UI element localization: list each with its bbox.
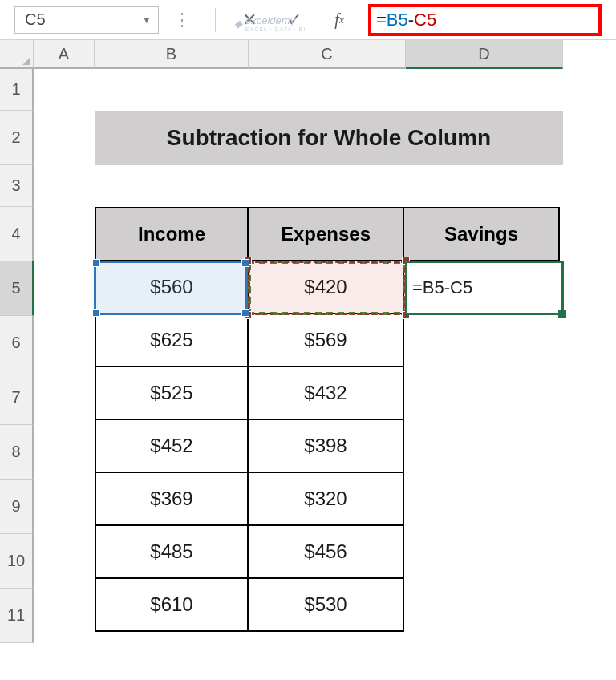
row-header-2[interactable]: 2 (0, 111, 34, 165)
select-all-corner[interactable] (0, 40, 34, 69)
row-header-3[interactable]: 3 (0, 165, 34, 207)
vertical-dots-icon: ⋮ (159, 6, 204, 34)
header-expenses[interactable]: Expenses (248, 208, 403, 261)
cell-b11[interactable]: $610 (95, 578, 248, 631)
merged-title-cell[interactable]: Subtraction for Whole Column (95, 111, 563, 165)
cell-b9[interactable]: $369 (95, 472, 248, 525)
watermark-sub: EXCEL · DATA · BI (245, 26, 306, 32)
cell-b6[interactable]: $625 (95, 314, 248, 366)
table-header-row: Income Expenses Savings (95, 208, 559, 261)
row-header-11[interactable]: 11 (0, 589, 34, 643)
cell-d9[interactable] (403, 472, 559, 525)
row-headers: 1 2 3 4 5 6 7 8 9 10 11 (0, 69, 34, 643)
cell-c8[interactable]: $398 (248, 419, 403, 472)
col-header-d[interactable]: D (406, 40, 563, 69)
name-box-dropdown-icon[interactable]: ▼ (142, 14, 152, 26)
row-header-1[interactable]: 1 (0, 69, 34, 111)
formula-ref-c5: C5 (414, 10, 436, 30)
row-header-4[interactable]: 4 (0, 207, 34, 261)
spreadsheet-grid: 1 2 3 4 5 6 7 8 9 10 11 A B C D Subtract… (0, 40, 616, 643)
table-row: $525 $432 (95, 366, 559, 419)
formula-ref-b5: B5 (387, 10, 408, 30)
cell-c9[interactable]: $320 (248, 472, 403, 525)
fx-button[interactable]: fx (317, 6, 362, 34)
table-row: $369 $320 (95, 472, 559, 525)
cell-d11[interactable] (403, 578, 559, 631)
divider (215, 8, 216, 32)
name-box[interactable]: C5 ▼ (14, 6, 159, 34)
cell-b8[interactable]: $452 (95, 419, 248, 472)
cell-b5[interactable]: $560 (95, 261, 248, 314)
row-header-9[interactable]: 9 (0, 480, 34, 534)
table-row: $485 $456 (95, 525, 559, 578)
active-editing-cell-d5[interactable]: =B5-C5 (405, 261, 564, 315)
formula-input[interactable]: =B5-C5 (368, 4, 602, 36)
cell-c6[interactable]: $569 (248, 314, 403, 366)
cell-d8[interactable] (403, 419, 559, 472)
row-header-8[interactable]: 8 (0, 425, 34, 480)
watermark-icon: ◆ (234, 18, 242, 30)
row-header-10[interactable]: 10 (0, 534, 34, 589)
table-row: $610 $530 (95, 578, 559, 631)
header-income[interactable]: Income (95, 208, 248, 261)
cell-c11[interactable]: $530 (248, 578, 403, 631)
cell-d6[interactable] (403, 314, 559, 366)
formula-minus: - (408, 10, 414, 30)
cell-c7[interactable]: $432 (248, 366, 403, 419)
cell-d7[interactable] (403, 366, 559, 419)
col-header-a[interactable]: A (34, 40, 95, 69)
cell-b7[interactable]: $525 (95, 366, 248, 419)
name-box-value: C5 (25, 10, 46, 29)
col-header-b[interactable]: B (95, 40, 249, 69)
cell-c10[interactable]: $456 (248, 525, 403, 578)
table-row: $625 $569 (95, 314, 559, 366)
col-header-c[interactable]: C (249, 40, 406, 69)
formula-equals: = (376, 10, 387, 30)
column-headers: A B C D (34, 40, 616, 69)
cell-d10[interactable] (403, 525, 559, 578)
formula-bar: C5 ▼ ⋮ ✕ ✓ fx =B5-C5 (0, 0, 616, 40)
watermark-name: exceldemy (245, 14, 295, 26)
header-savings[interactable]: Savings (403, 208, 559, 261)
table-row: $452 $398 (95, 419, 559, 472)
row-header-6[interactable]: 6 (0, 316, 34, 370)
cell-c5[interactable]: $420 (248, 261, 403, 314)
fill-handle-icon[interactable] (558, 310, 566, 318)
row-header-5[interactable]: 5 (0, 261, 34, 316)
editing-cell-text: =B5-C5 (412, 277, 472, 298)
cell-b10[interactable]: $485 (95, 525, 248, 578)
row-header-7[interactable]: 7 (0, 370, 34, 425)
watermark: ◆ exceldemy EXCEL · DATA · BI (234, 14, 306, 32)
